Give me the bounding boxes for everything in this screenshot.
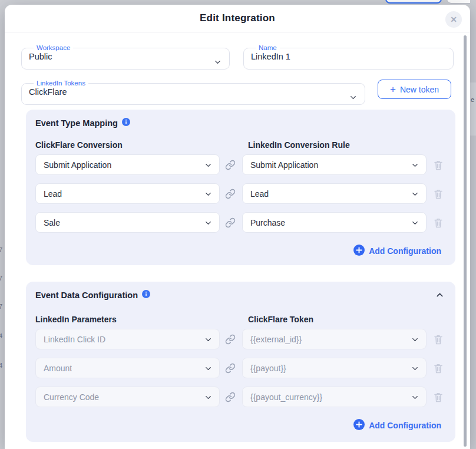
modal-scrollbar[interactable] (464, 35, 467, 447)
chevron-down-icon (204, 393, 213, 404)
edit-integration-modal: Edit Integration ✕ Workspace Public Name… (5, 5, 470, 449)
plus-circle-icon (353, 419, 365, 432)
add-configuration-button[interactable]: Add Configuration (353, 419, 441, 432)
chevron-down-icon (411, 364, 419, 375)
info-icon[interactable] (142, 290, 150, 301)
linkedin-parameter-select[interactable]: LinkedIn Click ID (35, 329, 220, 349)
clickflare-conversion-select[interactable]: Sale (35, 212, 220, 233)
background-digit: 7 (0, 246, 2, 253)
workspace-value: Public (29, 52, 222, 61)
delete-row-button[interactable] (433, 391, 444, 403)
linkedin-rule-select[interactable]: Purchase (242, 212, 427, 233)
chevron-down-icon (411, 161, 419, 172)
plus-circle-icon (353, 245, 365, 257)
clickflare-conversion-header: ClickFlare Conversion (35, 140, 123, 150)
linkedin-tokens-value: ClickFlare (29, 87, 358, 97)
link-icon (225, 363, 236, 374)
name-label: Name (256, 45, 280, 51)
delete-row-button[interactable] (433, 217, 444, 229)
linkedin-parameters-header: LinkedIn Parameters (35, 315, 117, 324)
linkedin-rule-select[interactable]: Submit Application (242, 154, 427, 175)
link-icon (225, 334, 236, 345)
select-value: Submit Application (44, 160, 111, 170)
close-icon: ✕ (450, 15, 457, 24)
clickflare-conversion-select[interactable]: Submit Application (35, 154, 220, 175)
section-title-row: Event Type Mapping (35, 118, 130, 128)
linkedin-tokens-label: LinkedIn Tokens (34, 80, 88, 86)
chevron-down-icon (204, 190, 213, 201)
delete-row-button[interactable] (433, 188, 444, 200)
background-digit: 4 (0, 332, 2, 339)
chevron-down-icon (204, 219, 213, 230)
link-icon (225, 217, 236, 228)
plus-icon: + (390, 84, 396, 94)
linkedin-parameter-select[interactable]: Currency Code (35, 387, 220, 407)
modal-title: Edit Integration (200, 12, 275, 24)
chevron-down-icon (204, 364, 213, 375)
select-value: {{payout_currency}} (250, 392, 322, 402)
section-title-row: Event Data Configuration (35, 290, 150, 301)
background-digit: 4 (0, 362, 2, 369)
clickflare-token-header: ClickFlare Token (248, 315, 313, 324)
select-value: Sale (44, 218, 60, 227)
linkedin-conversion-rule-header: LinkedIn Conversion Rule (248, 140, 350, 150)
delete-row-button[interactable] (433, 362, 444, 374)
background-right-cell (470, 82, 476, 136)
link-icon (225, 189, 236, 199)
clickflare-conversion-select[interactable]: Lead (35, 183, 220, 204)
clickflare-token-select[interactable]: {{payout}} (242, 358, 427, 378)
event-type-mapping-card: Event Type Mapping ClickFlare Conversion… (26, 110, 455, 265)
close-button[interactable]: ✕ (445, 11, 462, 28)
clickflare-token-select[interactable]: {{external_id}} (242, 329, 427, 349)
delete-row-button[interactable] (433, 334, 444, 345)
background-right-text: e (471, 96, 474, 103)
background-button-fragment (385, 0, 442, 4)
add-configuration-label: Add Configuration (369, 421, 441, 430)
new-token-button[interactable]: + New token (378, 80, 451, 99)
background-digit: 7 (0, 275, 2, 282)
name-value: LinkedIn 1 (251, 52, 446, 61)
link-icon (225, 392, 236, 402)
chevron-down-icon (411, 393, 419, 404)
chevron-down-icon (204, 161, 213, 172)
delete-row-button[interactable] (433, 159, 444, 171)
select-value: {{external_id}} (250, 335, 302, 344)
select-value: Lead (250, 189, 269, 199)
linkedin-tokens-select[interactable]: LinkedIn Tokens ClickFlare (21, 80, 365, 105)
event-type-mapping-title: Event Type Mapping (35, 118, 118, 128)
clickflare-token-select[interactable]: {{payout_currency}} (242, 387, 427, 407)
name-field[interactable]: Name LinkedIn 1 (243, 45, 454, 70)
select-value: Currency Code (44, 392, 99, 402)
link-icon (225, 160, 236, 170)
select-value: Lead (44, 189, 62, 199)
event-data-configuration-title: Event Data Configuration (35, 290, 138, 300)
add-configuration-label: Add Configuration (369, 246, 441, 256)
collapse-section-button[interactable] (435, 290, 445, 302)
workspace-select[interactable]: Workspace Public (21, 45, 230, 70)
add-configuration-button[interactable]: Add Configuration (353, 245, 441, 257)
select-value: Amount (44, 364, 72, 373)
modal-header: Edit Integration ✕ (5, 5, 470, 32)
chevron-down-icon (349, 93, 358, 104)
background-digit: 7 (0, 303, 2, 310)
chevron-up-icon (435, 290, 445, 300)
select-value: LinkedIn Click ID (44, 335, 105, 344)
chevron-down-icon (213, 58, 222, 69)
new-token-label: New token (400, 85, 439, 94)
linkedin-parameter-select[interactable]: Amount (35, 358, 220, 378)
chevron-down-icon (411, 335, 419, 346)
info-icon[interactable] (122, 118, 130, 128)
select-value: Purchase (250, 218, 285, 227)
chevron-down-icon (411, 190, 419, 201)
chevron-down-icon (411, 219, 419, 230)
chevron-down-icon (204, 335, 213, 346)
background-right-strip (470, 0, 476, 449)
workspace-label: Workspace (34, 45, 73, 51)
select-value: Submit Application (250, 160, 318, 170)
event-data-configuration-card: Event Data Configuration LinkedIn Parame… (26, 282, 455, 442)
select-value: {{payout}} (250, 364, 286, 373)
linkedin-rule-select[interactable]: Lead (242, 183, 427, 204)
